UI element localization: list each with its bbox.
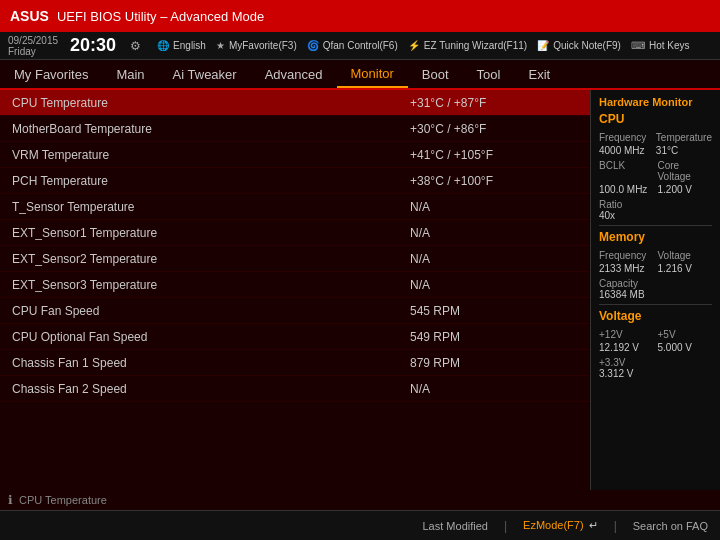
monitor-row-value: N/A — [410, 278, 590, 292]
asus-logo: ASUS — [10, 8, 49, 24]
monitor-row-value: +38°C / +100°F — [410, 174, 590, 188]
info-hotkeys[interactable]: ⌨ Hot Keys — [631, 40, 690, 51]
hw-cpu-ratio-label: Ratio — [599, 199, 712, 210]
monitor-row-label: PCH Temperature — [0, 174, 410, 188]
monitor-row[interactable]: CPU Optional Fan Speed549 RPM — [0, 324, 590, 350]
monitor-row[interactable]: Chassis Fan 2 SpeedN/A — [0, 376, 590, 402]
hw-v33-value: 3.312 V — [599, 368, 712, 379]
nav-main[interactable]: Main — [102, 60, 158, 88]
monitor-row-value: +41°C / +105°F — [410, 148, 590, 162]
monitor-row-label: CPU Optional Fan Speed — [0, 330, 410, 344]
hw-v12-value: 12.192 V — [599, 342, 654, 353]
last-modified-item: Last Modified — [423, 520, 488, 532]
info-icon: ℹ — [8, 493, 13, 507]
monitor-row[interactable]: CPU Fan Speed545 RPM — [0, 298, 590, 324]
monitor-row[interactable]: T_Sensor TemperatureN/A — [0, 194, 590, 220]
info-qfan[interactable]: 🌀 Qfan Control(F6) — [307, 40, 398, 51]
info-eztuning[interactable]: ⚡ EZ Tuning Wizard(F11) — [408, 40, 527, 51]
monitor-row-label: T_Sensor Temperature — [0, 200, 410, 214]
nav-monitor[interactable]: Monitor — [337, 60, 408, 88]
hw-cpu-corevolt-value: 1.200 V — [658, 184, 713, 195]
hw-mem-cap-value: 16384 MB — [599, 289, 712, 300]
nav-boot[interactable]: Boot — [408, 60, 463, 88]
bios-title: UEFI BIOS Utility – Advanced Mode — [57, 9, 264, 24]
hw-monitor-panel: Hardware Monitor CPU Frequency Temperatu… — [590, 90, 720, 490]
monitor-row-value: N/A — [410, 226, 590, 240]
hw-mem-volt-value: 1.216 V — [658, 263, 713, 274]
hw-cpu-freq-label: Frequency — [599, 132, 652, 143]
settings-icon[interactable]: ⚙ — [130, 39, 141, 53]
monitor-row-value: N/A — [410, 382, 590, 396]
hw-v33-label: +3.3V — [599, 357, 712, 368]
monitor-row-label: CPU Temperature — [0, 96, 410, 110]
monitor-row-label: VRM Temperature — [0, 148, 410, 162]
hw-cpu-corevolt-label: Core Voltage — [658, 160, 713, 182]
search-faq-item[interactable]: Search on FAQ — [633, 520, 708, 532]
hw-mem-freq-label: Frequency — [599, 250, 654, 261]
hw-cpu-temp-label: Temperature — [656, 132, 712, 143]
monitor-row-value: +31°C / +87°F — [410, 96, 590, 110]
nav-exit[interactable]: Exit — [514, 60, 564, 88]
nav-advanced[interactable]: Advanced — [251, 60, 337, 88]
info-quicknote[interactable]: 📝 Quick Note(F9) — [537, 40, 621, 51]
hw-cpu-bclk-value: 100.0 MHz — [599, 184, 654, 195]
main-content: CPU Temperature+31°C / +87°FMotherBoard … — [0, 90, 720, 490]
monitor-row-value: N/A — [410, 252, 590, 266]
monitor-row-label: EXT_Sensor2 Temperature — [0, 252, 410, 266]
monitor-row[interactable]: EXT_Sensor2 TemperatureN/A — [0, 246, 590, 272]
monitor-row[interactable]: MotherBoard Temperature+30°C / +86°F — [0, 116, 590, 142]
info-english[interactable]: 🌐 English — [157, 40, 206, 51]
hw-voltage-section: Voltage — [599, 309, 712, 323]
monitor-row[interactable]: CPU Temperature+31°C / +87°F — [0, 90, 590, 116]
hw-mem-volt-label: Voltage — [658, 250, 713, 261]
monitor-row-value: 545 RPM — [410, 304, 590, 318]
monitor-row[interactable]: Chassis Fan 1 Speed879 RPM — [0, 350, 590, 376]
monitor-row-label: EXT_Sensor1 Temperature — [0, 226, 410, 240]
bottom-bar: Last Modified | EzMode(F7) ↵ | Search on… — [0, 510, 720, 540]
hw-panel-title: Hardware Monitor — [599, 96, 712, 108]
hw-v5-value: 5.000 V — [658, 342, 713, 353]
nav-tool[interactable]: Tool — [463, 60, 515, 88]
monitor-panel: CPU Temperature+31°C / +87°FMotherBoard … — [0, 90, 590, 490]
monitor-row[interactable]: PCH Temperature+38°C / +100°F — [0, 168, 590, 194]
info-myfavorite[interactable]: ★ MyFavorite(F3) — [216, 40, 297, 51]
hw-memory-section: Memory — [599, 230, 712, 244]
ez-mode-item[interactable]: EzMode(F7) ↵ — [523, 519, 598, 532]
monitor-row-label: CPU Fan Speed — [0, 304, 410, 318]
status-text: CPU Temperature — [19, 494, 107, 506]
monitor-row-value: 879 RPM — [410, 356, 590, 370]
info-bar: 09/25/2015 Friday 20:30 ⚙ 🌐 English ★ My… — [0, 32, 720, 60]
nav-myfavorites[interactable]: My Favorites — [0, 60, 102, 88]
status-bar: ℹ CPU Temperature — [0, 490, 720, 510]
monitor-row-label: Chassis Fan 1 Speed — [0, 356, 410, 370]
monitor-row-label: EXT_Sensor3 Temperature — [0, 278, 410, 292]
hw-cpu-temp-value: 31°C — [656, 145, 712, 156]
hw-cpu-freq-value: 4000 MHz — [599, 145, 652, 156]
top-bar: ASUS UEFI BIOS Utility – Advanced Mode — [0, 0, 720, 32]
hw-cpu-section: CPU — [599, 112, 712, 126]
monitor-row-value: N/A — [410, 200, 590, 214]
hw-cpu-ratio-value: 40x — [599, 210, 712, 221]
monitor-row-label: MotherBoard Temperature — [0, 122, 410, 136]
monitor-row[interactable]: EXT_Sensor1 TemperatureN/A — [0, 220, 590, 246]
clock-display: 20:30 — [70, 35, 116, 56]
hw-cpu-bclk-label: BCLK — [599, 160, 654, 182]
hw-v12-label: +12V — [599, 329, 654, 340]
monitor-row-value: +30°C / +86°F — [410, 122, 590, 136]
hw-v5-label: +5V — [658, 329, 713, 340]
nav-bar: My Favorites Main Ai Tweaker Advanced Mo… — [0, 60, 720, 90]
hw-mem-freq-value: 2133 MHz — [599, 263, 654, 274]
date-line2: Friday — [8, 46, 58, 57]
date-line1: 09/25/2015 — [8, 35, 58, 46]
monitor-row-label: Chassis Fan 2 Speed — [0, 382, 410, 396]
nav-aitweaker[interactable]: Ai Tweaker — [159, 60, 251, 88]
hw-mem-cap-label: Capacity — [599, 278, 712, 289]
monitor-row-value: 549 RPM — [410, 330, 590, 344]
monitor-row[interactable]: EXT_Sensor3 TemperatureN/A — [0, 272, 590, 298]
monitor-row[interactable]: VRM Temperature+41°C / +105°F — [0, 142, 590, 168]
